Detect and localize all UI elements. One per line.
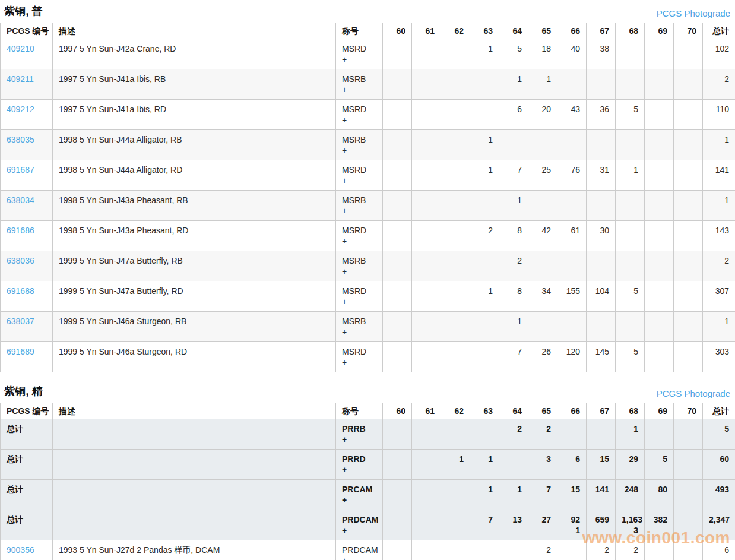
pcgs-id-cell: 638036 <box>1 251 53 281</box>
description-cell: 1998 5 Yn Sun-J44a Alligator, RB <box>53 130 336 160</box>
grade-count-cell: 7 <box>499 342 528 372</box>
col-pcgs-id: PCGS 编号 <box>1 23 53 39</box>
grade-count-cell <box>645 100 674 130</box>
description-cell <box>53 510 336 540</box>
grade-count-cell <box>412 160 441 191</box>
grade-count-cell <box>441 69 470 100</box>
col-grade-63: 63 <box>470 403 499 419</box>
grade-count-cell: 2 <box>499 419 528 450</box>
grade-count-cell: 2 <box>528 540 557 560</box>
description-cell <box>53 419 336 450</box>
grade-count-cell: 1 <box>616 419 645 450</box>
grade-count-cell <box>412 130 441 160</box>
grade-count-cell: 26 <box>528 342 557 372</box>
total-count-cell: 141 <box>703 160 735 191</box>
pcgs-id-cell: 691686 <box>1 221 53 251</box>
total-count-cell: 2 <box>703 251 735 281</box>
photograde-link[interactable]: PCGS Photograde <box>657 388 730 398</box>
grade-count-cell <box>674 191 703 221</box>
grade-count-cell: 659 <box>587 510 616 540</box>
description-cell: 1999 5 Yn Sun-J47a Butterfly, RD <box>53 281 336 312</box>
grade-count-cell <box>528 312 557 342</box>
col-grade-60: 60 <box>383 403 412 419</box>
grade-count-cell <box>470 342 499 372</box>
grade-count-cell: 5 <box>499 39 528 69</box>
pcgs-id-link[interactable]: 409212 <box>7 105 34 114</box>
col-grade-60: 60 <box>383 23 412 39</box>
grade-count-cell: 7 <box>528 480 557 510</box>
description-cell: 1999 5 Yn Sun-J46a Sturgeon, RB <box>53 312 336 342</box>
col-total: 总计 <box>703 23 735 39</box>
table-row: 总计PRDCAM+713279216591,16333822,347 <box>1 510 735 540</box>
grade-count-cell <box>383 251 412 281</box>
row-total-label-cell: 总计 <box>1 480 53 510</box>
col-grade-61: 61 <box>412 403 441 419</box>
pcgs-id-link[interactable]: 409210 <box>7 44 34 53</box>
grade-count-cell: 34 <box>528 281 557 312</box>
grade-count-cell <box>412 39 441 69</box>
pcgs-id-link[interactable]: 638036 <box>7 256 34 265</box>
pcgs-id-link[interactable]: 900356 <box>7 545 34 555</box>
pcgs-id-link[interactable]: 691686 <box>7 226 34 235</box>
grade-count-cell <box>645 342 674 372</box>
grade-count-cell: 7 <box>499 160 528 191</box>
grade-count-cell: 15 <box>587 450 616 480</box>
grade-count-cell <box>383 100 412 130</box>
total-count-cell: 303 <box>703 342 735 372</box>
col-designation: 称号 <box>336 23 383 39</box>
pcgs-id-link[interactable]: 691689 <box>7 347 34 356</box>
grade-count-cell <box>412 251 441 281</box>
col-grade-69: 69 <box>645 403 674 419</box>
table-row: 6380371999 5 Yn Sun-J46a Sturgeon, RBMSR… <box>1 312 735 342</box>
table-row: 4092111997 5 Yn Sun-J41a Ibis, RBMSRB+11… <box>1 69 735 100</box>
grade-count-cell <box>441 39 470 69</box>
pcgs-id-link[interactable]: 691687 <box>7 165 34 175</box>
grade-count-cell <box>616 69 645 100</box>
pcgs-id-cell: 691687 <box>1 160 53 191</box>
grade-count-cell <box>645 39 674 69</box>
grade-count-cell <box>528 251 557 281</box>
pcgs-id-link[interactable]: 638034 <box>7 195 34 205</box>
population-table: PCGS 编号描述称号6061626364656667686970总计 总计PR… <box>0 403 735 560</box>
description-cell: 1993 5 Yn Sun-J27d 2 Pandas 样币, DCAM <box>53 540 336 560</box>
grade-count-cell: 18 <box>528 39 557 69</box>
grade-count-cell <box>528 130 557 160</box>
description-cell: 1999 5 Yn Sun-J47a Butterfly, RB <box>53 251 336 281</box>
description-cell <box>53 450 336 480</box>
grade-count-cell <box>383 221 412 251</box>
grade-count-cell: 6 <box>557 450 587 480</box>
grade-count-cell: 1 <box>499 312 528 342</box>
pcgs-id-link[interactable]: 691688 <box>7 286 34 296</box>
pcgs-id-link[interactable]: 638037 <box>7 317 34 326</box>
grade-count-cell <box>383 130 412 160</box>
col-grade-63: 63 <box>470 23 499 39</box>
grade-count-cell: 38 <box>587 39 616 69</box>
grade-count-cell: 382 <box>645 510 674 540</box>
grade-count-cell <box>674 221 703 251</box>
table-body: 总计PRRB+2215总计PRRD+11361529560总计PRCAM+117… <box>1 419 735 560</box>
grade-count-cell <box>616 130 645 160</box>
grade-count-cell <box>645 312 674 342</box>
grade-count-cell <box>412 100 441 130</box>
total-count-cell: 307 <box>703 281 735 312</box>
col-grade-64: 64 <box>499 23 528 39</box>
grade-count-cell: 1 <box>499 480 528 510</box>
grade-count-cell: 2 <box>499 251 528 281</box>
grade-count-cell <box>441 312 470 342</box>
designation-cell: MSRB+ <box>336 251 383 281</box>
pcgs-id-link[interactable]: 638035 <box>7 135 34 144</box>
grade-count-cell <box>412 221 441 251</box>
grade-count-cell: 43 <box>557 100 587 130</box>
grade-count-cell <box>616 191 645 221</box>
description-cell: 1998 5 Yn Sun-J44a Alligator, RD <box>53 160 336 191</box>
grade-count-cell: 13 <box>499 510 528 540</box>
total-count-cell: 1 <box>703 191 735 221</box>
grade-count-cell: 921 <box>557 510 587 540</box>
grade-count-cell <box>470 191 499 221</box>
pcgs-id-link[interactable]: 409211 <box>7 74 34 84</box>
table-row: 6380361999 5 Yn Sun-J47a Butterfly, RBMS… <box>1 251 735 281</box>
grade-count-cell <box>616 312 645 342</box>
photograde-link[interactable]: PCGS Photograde <box>657 8 730 18</box>
grade-count-cell <box>674 419 703 450</box>
grade-count-cell <box>674 160 703 191</box>
